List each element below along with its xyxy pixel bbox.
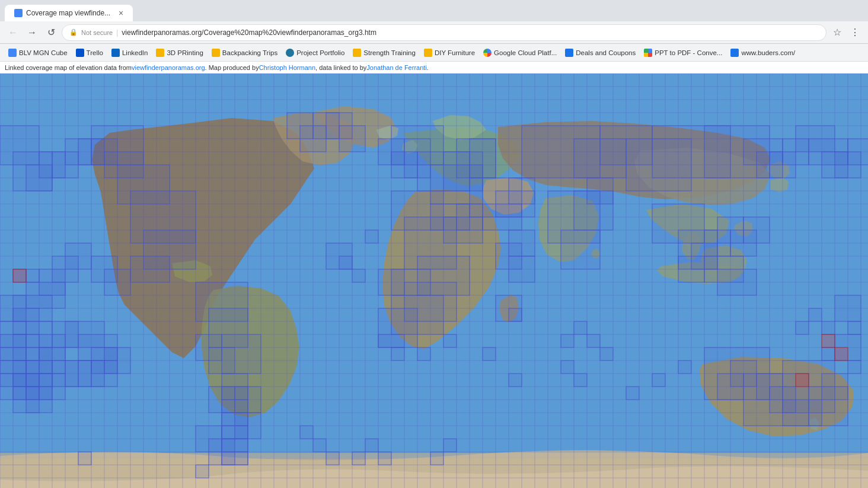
svg-rect-170 bbox=[509, 178, 535, 204]
svg-rect-228 bbox=[391, 347, 404, 361]
svg-rect-283 bbox=[796, 374, 809, 387]
bookmark-trello[interactable]: Trello bbox=[72, 47, 107, 58]
svg-rect-282 bbox=[835, 347, 848, 361]
svg-rect-142 bbox=[26, 387, 52, 413]
bookmark-diy[interactable]: DIY Furniture bbox=[420, 47, 478, 58]
svg-rect-263 bbox=[457, 204, 483, 230]
bookmark-icon-ppt bbox=[644, 49, 652, 57]
svg-rect-241 bbox=[352, 269, 365, 282]
map-container bbox=[0, 74, 868, 488]
svg-rect-258 bbox=[809, 308, 822, 321]
svg-rect-244 bbox=[848, 321, 861, 334]
back-button[interactable]: ← bbox=[5, 24, 21, 41]
svg-rect-149 bbox=[26, 269, 39, 282]
bookmark-deals[interactable]: Deals and Coupons bbox=[561, 47, 639, 58]
bookmark-icon-gcloud bbox=[483, 49, 492, 57]
bookmark-icon-strength bbox=[353, 49, 361, 57]
svg-rect-187 bbox=[561, 230, 600, 269]
active-tab[interactable]: Coverage map viewfinde... × bbox=[5, 5, 133, 21]
svg-rect-274 bbox=[587, 334, 600, 347]
bookmark-label-strength: Strength Training bbox=[363, 49, 416, 56]
svg-rect-281 bbox=[822, 334, 835, 347]
tab-favicon bbox=[14, 9, 23, 17]
svg-rect-231 bbox=[483, 347, 496, 361]
bookmark-label-buders: www.buders.com/ bbox=[741, 49, 795, 56]
bookmark-icon-3dp bbox=[156, 49, 164, 57]
svg-rect-235 bbox=[600, 347, 613, 361]
svg-rect-270 bbox=[430, 452, 443, 465]
svg-rect-267 bbox=[300, 426, 313, 439]
tab-close-button[interactable]: × bbox=[119, 8, 123, 18]
svg-rect-256 bbox=[509, 308, 522, 321]
svg-rect-226 bbox=[222, 452, 248, 465]
svg-rect-237 bbox=[652, 374, 665, 387]
bookmark-label-diy: DIY Furniture bbox=[435, 49, 475, 56]
info-text-period: . bbox=[427, 64, 429, 71]
forward-button[interactable]: → bbox=[24, 24, 40, 41]
svg-rect-204 bbox=[822, 374, 848, 400]
bookmark-backpacking[interactable]: Backpacking Trips bbox=[208, 47, 281, 58]
bookmark-linkedin[interactable]: LinkedIn bbox=[108, 47, 151, 58]
bookmark-icon-linkedin bbox=[111, 49, 120, 57]
svg-rect-238 bbox=[678, 361, 691, 374]
bookmark-icon-trello bbox=[76, 49, 84, 57]
more-button[interactable]: ⋮ bbox=[847, 24, 863, 41]
svg-rect-107 bbox=[130, 256, 170, 282]
info-link-site[interactable]: viewfinderpanoramas.org bbox=[132, 64, 205, 71]
svg-rect-214 bbox=[196, 334, 222, 361]
world-map-svg[interactable] bbox=[0, 74, 868, 488]
svg-rect-273 bbox=[574, 321, 587, 334]
svg-rect-155 bbox=[470, 139, 496, 178]
svg-rect-229 bbox=[417, 347, 430, 361]
info-link-author[interactable]: Christoph Hormann bbox=[259, 64, 315, 71]
svg-rect-266 bbox=[509, 230, 535, 256]
bookmarks-bar: BLV MGN Cube Trello LinkedIn 3D PRinting… bbox=[0, 44, 868, 62]
svg-rect-280 bbox=[13, 269, 26, 282]
bookmark-label-ppt: PPT to PDF - Conve... bbox=[655, 49, 722, 56]
svg-rect-185 bbox=[848, 139, 868, 165]
svg-rect-275 bbox=[78, 452, 91, 465]
bookmark-button[interactable]: ☆ bbox=[829, 24, 845, 41]
svg-rect-233 bbox=[561, 361, 574, 374]
bookmark-blv[interactable]: BLV MGN Cube bbox=[5, 47, 71, 58]
info-link-data[interactable]: Jonathan de Ferranti bbox=[366, 64, 427, 71]
info-text-end1: , data linked to by bbox=[315, 64, 366, 71]
svg-rect-254 bbox=[91, 139, 117, 165]
url-text: viewfinderpanoramas.org/Coverage%20map%2… bbox=[122, 28, 819, 37]
bookmark-strength[interactable]: Strength Training bbox=[349, 47, 419, 58]
bookmark-label-trello: Trello bbox=[87, 49, 103, 56]
bookmark-icon-deals bbox=[565, 49, 573, 57]
svg-rect-225 bbox=[196, 426, 222, 452]
bookmark-label-linkedin: LinkedIn bbox=[122, 49, 148, 56]
security-icon: 🔒 bbox=[69, 28, 78, 36]
bookmark-gcloud[interactable]: Google Cloud Platf... bbox=[480, 47, 560, 58]
bookmark-portfolio[interactable]: Project Portfolio bbox=[282, 47, 348, 58]
svg-rect-269 bbox=[326, 452, 339, 465]
svg-rect-242 bbox=[365, 230, 378, 243]
bookmark-icon-portfolio bbox=[286, 49, 294, 57]
svg-rect-279 bbox=[378, 452, 391, 465]
bookmark-label-blv: BLV MGN Cube bbox=[19, 49, 68, 56]
bookmark-label-portfolio: Project Portfolio bbox=[296, 49, 344, 56]
bookmark-label-backpacking: Backpacking Trips bbox=[222, 49, 277, 56]
tab-title: Coverage map viewfinde... bbox=[26, 9, 110, 17]
svg-rect-207 bbox=[757, 374, 783, 400]
bookmark-3dp[interactable]: 3D PRinting bbox=[152, 47, 206, 58]
reload-button[interactable]: ↺ bbox=[43, 24, 59, 41]
svg-rect-219 bbox=[235, 387, 261, 413]
svg-rect-209 bbox=[730, 361, 757, 387]
bookmark-label-gcloud: Google Cloud Platf... bbox=[494, 49, 557, 56]
info-text-mid: . Map produced by bbox=[205, 64, 259, 71]
bookmark-label-3dp: 3D PRinting bbox=[167, 49, 203, 56]
bookmark-ppt[interactable]: PPT to PDF - Conve... bbox=[640, 47, 726, 58]
address-bar[interactable]: 🔒 Not secure | viewfinderpanoramas.org/C… bbox=[62, 24, 826, 41]
svg-rect-166 bbox=[378, 269, 404, 295]
svg-rect-277 bbox=[352, 452, 365, 465]
svg-rect-240 bbox=[339, 256, 352, 269]
nav-actions: ☆ ⋮ bbox=[829, 24, 863, 41]
info-text-start: Linked coverage map of elevation data fr… bbox=[5, 64, 132, 71]
bookmark-buders[interactable]: www.buders.com/ bbox=[727, 47, 799, 58]
svg-rect-227 bbox=[378, 334, 404, 347]
svg-rect-268 bbox=[313, 439, 326, 452]
svg-rect-259 bbox=[822, 321, 835, 334]
